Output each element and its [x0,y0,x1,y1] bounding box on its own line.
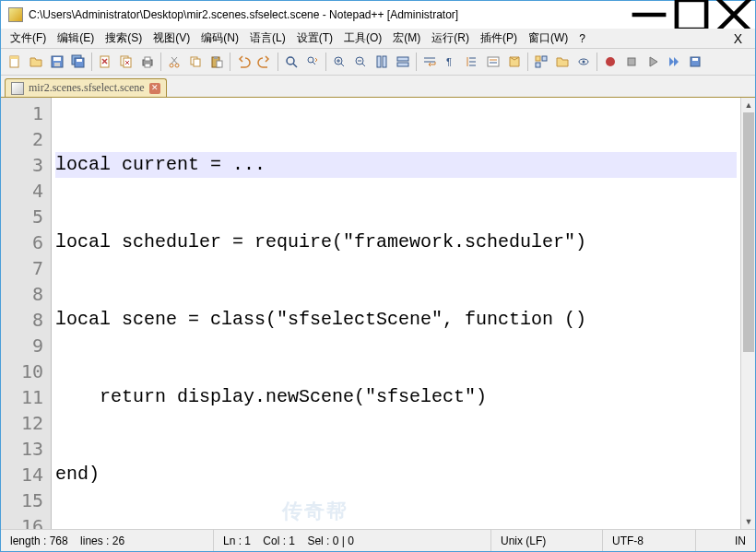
scroll-down-icon[interactable]: ▼ [741,514,755,529]
macro-save-icon[interactable] [685,52,705,72]
code-line: local scheduler = require("framework.sch… [55,229,737,255]
cut-icon[interactable] [164,52,184,72]
svg-rect-44 [397,57,408,61]
toolbar-sep [278,53,278,71]
svg-rect-43 [383,56,386,67]
title-bar[interactable]: C:\Users\Administrator\Desktop\mir2.scen… [1,1,755,29]
close-file-icon[interactable] [95,52,115,72]
status-encoding[interactable]: UTF-8 [603,530,695,551]
menu-plugins[interactable]: 插件(P) [475,29,523,48]
tab-file[interactable]: mir2.scenes.sfselect.scene ✕ [5,78,167,97]
code-line: local scene = class("sfselectScene", fun… [55,307,737,333]
folder-view-icon[interactable] [552,52,573,72]
open-file-icon[interactable] [26,52,46,72]
svg-point-31 [287,57,294,65]
svg-rect-21 [145,64,150,67]
undo-icon[interactable] [233,52,254,72]
print-icon[interactable] [137,52,158,72]
zoom-out-icon[interactable] [350,52,371,72]
status-eol[interactable]: Unix (LF) [491,530,602,551]
code-line: local current = ... [55,152,737,178]
scrollbar-thumb[interactable] [743,112,754,352]
menu-language[interactable]: 语言(L) [244,29,291,48]
macro-play-icon[interactable] [643,52,663,72]
replace-icon[interactable] [302,52,323,72]
menubar-x-button[interactable]: X [725,31,751,46]
svg-rect-20 [145,57,150,61]
svg-rect-56 [536,56,540,61]
docmap-icon[interactable] [504,52,525,72]
svg-rect-58 [536,63,540,67]
svg-rect-7 [53,57,61,61]
macro-multi-icon[interactable] [664,52,684,72]
copy-icon[interactable] [185,52,206,72]
toolbar-sep [91,53,92,71]
svg-rect-8 [54,63,60,66]
menu-tools[interactable]: 工具(O) [338,29,387,48]
file-icon [11,82,24,95]
svg-rect-62 [628,58,635,65]
menu-bar: 文件(F) 编辑(E) 搜索(S) 视图(V) 编码(N) 语言(L) 设置(T… [1,29,755,49]
indent-guide-icon[interactable] [462,52,482,72]
editor: 1 2 3 4 5 6 7 8 8 9 10 11 12 13 14 15 16… [1,98,755,529]
svg-rect-30 [217,61,222,67]
menu-encoding[interactable]: 编码(N) [195,29,244,48]
show-chars-icon[interactable]: ¶ [441,52,461,72]
menu-run[interactable]: 运行(R) [426,29,475,48]
menu-file[interactable]: 文件(F) [5,29,52,48]
svg-rect-1 [677,0,706,29]
menu-search[interactable]: 搜索(S) [100,29,148,48]
close-all-icon[interactable] [116,52,136,72]
redo-icon[interactable] [254,52,275,72]
minimize-button[interactable] [628,1,670,29]
svg-line-32 [293,64,297,67]
zoom-in-icon[interactable] [329,52,349,72]
macro-stop-icon[interactable] [621,52,642,72]
toolbar-sep [597,53,597,71]
sync-v-icon[interactable] [372,52,392,72]
udl-icon[interactable] [483,52,503,72]
paste-icon[interactable] [207,52,227,72]
wordwrap-icon[interactable] [419,52,440,72]
tab-label: mir2.scenes.sfselect.scene [29,81,145,95]
svg-point-23 [175,64,179,67]
scroll-up-icon[interactable]: ▲ [741,98,755,112]
svg-point-22 [170,64,173,67]
find-icon[interactable] [281,52,301,72]
sync-h-icon[interactable] [393,52,413,72]
save-all-icon[interactable] [68,52,89,72]
menu-macro[interactable]: 宏(M) [387,29,426,48]
window-controls [628,1,755,29]
toolbar: ¶ [1,49,755,76]
menu-edit[interactable]: 编辑(E) [52,29,100,48]
line-number-gutter[interactable]: 1 2 3 4 5 6 7 8 8 9 10 11 12 13 14 15 16 [1,98,52,529]
menu-window[interactable]: 窗口(W) [523,29,573,48]
window-title: C:\Users\Administrator\Desktop\mir2.scen… [29,8,628,21]
status-mode[interactable]: IN [696,530,755,551]
menu-settings[interactable]: 设置(T) [291,29,338,48]
svg-rect-29 [214,56,218,59]
menu-view[interactable]: 视图(V) [148,29,195,48]
funclist-icon[interactable] [531,52,551,72]
save-icon[interactable] [47,52,67,72]
maximize-button[interactable] [670,1,713,29]
svg-rect-27 [194,59,200,66]
tab-close-button[interactable]: ✕ [149,83,160,94]
svg-line-38 [341,64,344,66]
toolbar-sep [416,53,417,71]
monitor-icon[interactable] [573,52,594,72]
new-file-icon[interactable] [5,52,25,72]
vertical-scrollbar[interactable]: ▲ ▼ [740,98,755,529]
toolbar-sep [160,53,161,71]
watermark: 传奇帮 [282,499,348,524]
svg-rect-64 [692,58,698,61]
tab-bar: mir2.scenes.sfselect.scene ✕ [1,76,755,98]
code-line: end) [55,462,737,487]
code-area[interactable]: local current = ... local scheduler = re… [52,98,740,529]
macro-record-icon[interactable] [600,52,620,72]
menu-help[interactable]: ? [573,30,591,47]
svg-line-34 [313,62,315,65]
close-button[interactable] [713,1,755,29]
svg-rect-11 [77,59,82,62]
svg-rect-5 [10,56,18,59]
